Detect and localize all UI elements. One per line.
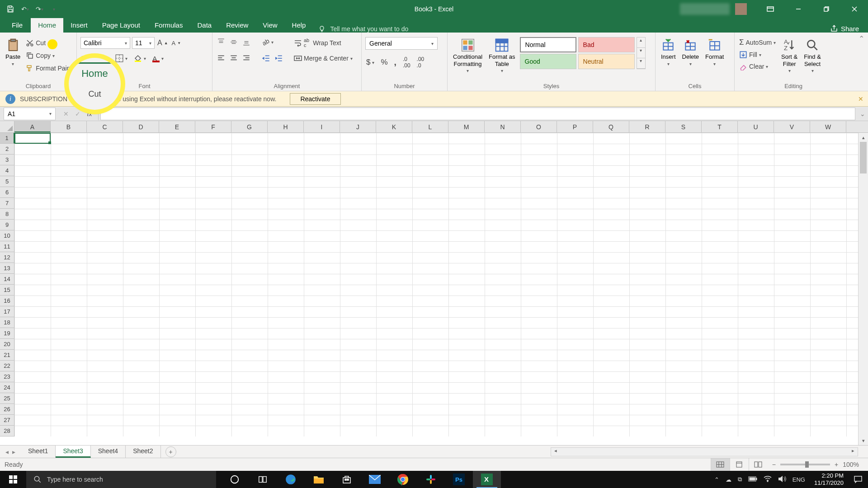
close-message-icon[interactable]: ✕ <box>858 95 863 103</box>
sheet-nav-prev-icon[interactable]: ◂ <box>5 448 9 455</box>
merge-center-button[interactable]: Merge & Center▾ <box>293 53 354 63</box>
number-format-select[interactable]: General▾ <box>365 37 438 50</box>
column-header[interactable]: T <box>702 121 738 132</box>
cut-button[interactable]: Cut <box>25 38 79 48</box>
row-header[interactable]: 22 <box>0 361 14 371</box>
sheet-tab[interactable]: Sheet1 <box>21 446 56 458</box>
borders-button[interactable]: ▾ <box>114 53 128 63</box>
accounting-format-button[interactable]: $▾ <box>365 57 375 68</box>
ribbon-display-icon[interactable] <box>757 0 784 18</box>
clear-button[interactable]: Clear▾ <box>738 61 777 71</box>
sheet-tab[interactable]: Sheet3 <box>56 446 90 458</box>
column-header[interactable]: I <box>304 121 340 132</box>
reactivate-button[interactable]: Reactivate <box>290 93 340 105</box>
decrease-font-icon[interactable]: A▼ <box>171 39 182 47</box>
new-sheet-button[interactable]: + <box>165 446 176 457</box>
tab-help[interactable]: Help <box>285 18 313 33</box>
wrap-text-button[interactable]: abcWrap Text <box>293 37 354 49</box>
row-header[interactable]: 1 <box>0 133 14 144</box>
zoom-slider[interactable] <box>780 464 830 465</box>
font-name-select[interactable]: Calibri▾ <box>80 37 130 49</box>
sheet-tab[interactable]: Sheet2 <box>126 446 160 458</box>
row-header[interactable]: 20 <box>0 339 14 350</box>
align-bottom-icon[interactable] <box>241 37 251 47</box>
orientation-button[interactable]: ab▾ <box>261 38 274 47</box>
find-select-button[interactable]: Find & Select▾ <box>802 37 823 75</box>
page-break-view-button[interactable] <box>749 458 768 471</box>
taskbar-clock[interactable]: 2:20 PM 11/17/2020 <box>810 472 848 486</box>
align-left-icon[interactable] <box>216 53 226 63</box>
tray-expand-icon[interactable]: ⌃ <box>714 476 719 483</box>
save-icon[interactable] <box>6 5 14 13</box>
row-header[interactable]: 18 <box>0 317 14 328</box>
volume-icon[interactable] <box>778 475 786 484</box>
tab-file[interactable]: File <box>4 18 31 33</box>
cells-area[interactable] <box>14 133 868 436</box>
language-indicator[interactable]: ENG <box>793 476 805 483</box>
horizontal-scrollbar[interactable]: ◂▸ <box>551 447 858 456</box>
column-header[interactable]: E <box>159 121 195 132</box>
comma-format-button[interactable]: , <box>393 56 397 68</box>
row-header[interactable]: 19 <box>0 328 14 339</box>
column-header[interactable]: A <box>14 121 51 132</box>
close-button[interactable] <box>841 0 868 18</box>
share-button[interactable]: Share <box>821 24 868 33</box>
dropbox-icon[interactable]: ⧉ <box>738 476 742 483</box>
vertical-scrollbar[interactable]: ▴▾ <box>858 133 868 445</box>
row-header[interactable]: 14 <box>0 274 14 285</box>
format-painter-button[interactable]: Format Painter <box>25 63 79 73</box>
column-header[interactable]: B <box>51 121 87 132</box>
autosum-button[interactable]: ΣAutoSum▾ <box>738 37 777 48</box>
row-header[interactable]: 24 <box>0 382 14 393</box>
column-header[interactable]: W <box>810 121 846 132</box>
tell-me-search[interactable]: Tell me what you want to do <box>313 25 414 33</box>
row-header[interactable]: 15 <box>0 285 14 296</box>
sheet-tab[interactable]: Sheet4 <box>91 446 126 458</box>
row-header[interactable]: 7 <box>0 198 14 209</box>
format-as-table-button[interactable]: Format as Table▾ <box>487 37 517 75</box>
insert-cells-button[interactable]: Insert▾ <box>659 37 678 68</box>
sort-filter-button[interactable]: AZSort & Filter▾ <box>779 37 799 75</box>
tab-page-layout[interactable]: Page Layout <box>95 18 147 33</box>
restore-button[interactable] <box>813 0 840 18</box>
column-header[interactable]: P <box>557 121 593 132</box>
chrome-icon[interactable] <box>389 471 417 488</box>
cell-style-bad[interactable]: Bad <box>578 37 635 52</box>
column-header[interactable]: M <box>448 121 485 132</box>
taskbar-search[interactable]: Type here to search <box>26 471 216 488</box>
bold-button[interactable]: B <box>80 54 87 63</box>
row-header[interactable]: 21 <box>0 350 14 361</box>
undo-icon[interactable]: ↶▾ <box>21 5 29 13</box>
expand-formula-bar-icon[interactable]: ⌄ <box>857 110 868 117</box>
sheet-nav-next-icon[interactable]: ▸ <box>12 448 15 455</box>
row-header[interactable]: 13 <box>0 263 14 274</box>
conditional-formatting-button[interactable]: Conditional Formatting▾ <box>451 37 484 75</box>
qat-customize-icon[interactable]: ▾ <box>50 5 58 13</box>
align-top-icon[interactable] <box>216 37 226 47</box>
column-header[interactable]: V <box>774 121 810 132</box>
column-header[interactable]: G <box>231 121 268 132</box>
row-header[interactable]: 27 <box>0 415 14 426</box>
row-header[interactable]: 28 <box>0 426 14 436</box>
row-header[interactable]: 11 <box>0 241 14 252</box>
delete-cells-button[interactable]: Delete▾ <box>680 37 701 68</box>
collapse-ribbon-icon[interactable]: ⌃ <box>859 34 864 43</box>
column-header[interactable]: O <box>521 121 557 132</box>
increase-indent-icon[interactable] <box>274 53 284 63</box>
mail-icon[interactable] <box>361 471 389 488</box>
font-color-button[interactable]: A▾ <box>151 53 165 63</box>
row-header[interactable]: 6 <box>0 187 14 198</box>
paste-button[interactable]: Paste▾ <box>4 37 22 68</box>
decrease-indent-icon[interactable] <box>261 53 271 63</box>
increase-font-icon[interactable]: A▲ <box>156 38 169 48</box>
column-header[interactable]: D <box>123 121 159 132</box>
row-header[interactable]: 2 <box>0 144 14 155</box>
row-header[interactable]: 12 <box>0 252 14 263</box>
tab-data[interactable]: Data <box>190 18 219 33</box>
minimize-button[interactable] <box>785 0 812 18</box>
cell-style-normal[interactable]: Normal <box>520 37 576 52</box>
row-header[interactable]: 26 <box>0 404 14 415</box>
onedrive-icon[interactable]: ☁ <box>726 476 731 483</box>
underline-button[interactable]: U▾ <box>99 54 110 63</box>
select-all-button[interactable] <box>0 121 14 132</box>
